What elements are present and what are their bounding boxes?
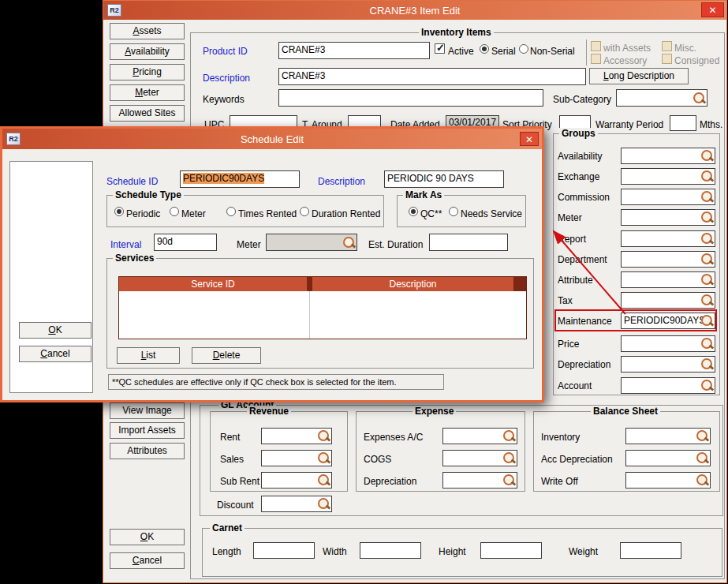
qc-radio[interactable] <box>409 207 418 216</box>
group-availability-input[interactable] <box>621 148 715 164</box>
width-input[interactable] <box>360 542 421 559</box>
interval-input[interactable]: 90d <box>154 234 217 251</box>
ok-button[interactable]: OK <box>110 529 185 545</box>
divider <box>586 39 587 66</box>
search-icon[interactable] <box>317 451 330 465</box>
needs-service-radio[interactable] <box>449 207 458 216</box>
depreciation-expense-input[interactable] <box>442 472 517 489</box>
group-commission-input[interactable] <box>621 189 715 205</box>
services-table-body[interactable] <box>119 291 526 339</box>
list-button[interactable]: List <box>117 347 180 364</box>
search-icon[interactable] <box>700 211 714 224</box>
schedule-description-input[interactable]: PERIODIC 90 DAYS <box>384 170 504 188</box>
cancel-button[interactable]: Cancel <box>110 552 185 569</box>
misc-checkbox[interactable] <box>662 41 672 51</box>
serial-radio[interactable] <box>480 44 489 54</box>
search-icon[interactable] <box>696 429 709 443</box>
schedule-id-input[interactable]: PERIODIC90DAYS <box>180 170 300 188</box>
group-account-input[interactable] <box>621 377 715 394</box>
search-icon[interactable] <box>700 253 714 266</box>
periodic-radio[interactable] <box>114 207 124 216</box>
long-description-button[interactable]: Long Description <box>589 68 689 84</box>
search-icon[interactable] <box>700 314 714 328</box>
non-serial-radio[interactable] <box>519 44 528 54</box>
search-icon[interactable] <box>317 429 330 443</box>
sidebar-button-pricing[interactable]: Pricing <box>110 64 185 80</box>
inventory-input[interactable] <box>625 428 711 444</box>
sub-category-label: Sub-Category <box>553 94 611 105</box>
product-id-label: Product ID <box>203 46 248 57</box>
search-icon[interactable] <box>700 358 714 371</box>
group-depreciation-label: Depreciation <box>558 359 610 370</box>
consigned-checkbox[interactable] <box>662 54 672 64</box>
keywords-input[interactable] <box>278 89 543 107</box>
accessory-checkbox[interactable] <box>591 54 601 64</box>
product-id-input[interactable]: CRANE#3 <box>278 42 430 59</box>
search-icon[interactable] <box>502 429 516 443</box>
delete-button[interactable]: Delete <box>192 347 261 364</box>
search-icon[interactable] <box>700 190 714 204</box>
group-tax-label: Tax <box>558 295 573 306</box>
duration-rented-radio[interactable] <box>300 207 309 216</box>
group-price-input[interactable] <box>621 335 715 352</box>
search-icon[interactable] <box>317 497 330 511</box>
search-icon[interactable] <box>502 451 516 465</box>
group-depreciation-input[interactable] <box>621 356 715 372</box>
group-department-input[interactable] <box>621 251 715 268</box>
dialog-cancel-button[interactable]: Cancel <box>19 346 91 362</box>
search-icon[interactable] <box>700 337 714 350</box>
length-label: Length <box>212 546 241 557</box>
acc-depreciation-input[interactable] <box>625 450 711 466</box>
close-icon[interactable]: ✕ <box>701 2 724 17</box>
sub-rent-label: Sub Rent <box>220 476 259 487</box>
search-icon[interactable] <box>700 170 714 183</box>
close-icon[interactable]: ✕ <box>520 132 539 146</box>
sidebar-button-import-assets[interactable]: Import Assets <box>110 422 185 439</box>
description-input[interactable]: CRANE#3 <box>278 68 586 85</box>
group-meter-input[interactable] <box>621 209 715 226</box>
dialog-ok-button[interactable]: OK <box>19 322 91 339</box>
est-duration-input[interactable] <box>429 234 508 251</box>
search-icon[interactable] <box>317 474 330 487</box>
search-icon[interactable] <box>700 273 714 286</box>
times-rented-radio[interactable] <box>226 207 236 216</box>
height-input[interactable] <box>480 542 542 559</box>
sidebar-button-availability[interactable]: Availability <box>110 43 185 60</box>
group-exchange-input[interactable] <box>621 168 715 185</box>
search-icon[interactable] <box>342 236 356 249</box>
active-checkbox[interactable] <box>435 43 445 54</box>
length-input[interactable] <box>253 542 315 559</box>
discount-input[interactable] <box>261 496 332 512</box>
schedule-type-title: Schedule Type <box>113 189 184 200</box>
group-price-label: Price <box>558 339 579 350</box>
group-report-input[interactable] <box>621 230 715 247</box>
search-icon[interactable] <box>502 474 516 487</box>
sidebar-button-allowed-sites[interactable]: Allowed Sites <box>110 105 185 122</box>
meter-field-label: Meter <box>237 239 261 250</box>
sidebar-button-assets[interactable]: Assets <box>110 23 185 39</box>
group-maintenance-input[interactable]: PERIODIC90DAYS <box>621 313 715 329</box>
weight-input[interactable] <box>620 542 681 559</box>
rent-input[interactable] <box>261 428 332 444</box>
sidebar-button-meter[interactable]: Meter <box>110 84 185 101</box>
search-icon[interactable] <box>693 92 706 105</box>
meter-radio[interactable] <box>170 207 179 216</box>
sales-input[interactable] <box>261 450 332 466</box>
sidebar-button-view-image[interactable]: View Image <box>110 402 185 419</box>
write-off-input[interactable] <box>625 472 711 489</box>
expenses-ac-input[interactable] <box>442 428 517 444</box>
warranty-period-input[interactable] <box>670 115 696 131</box>
search-icon[interactable] <box>696 451 709 465</box>
search-icon[interactable] <box>700 379 714 392</box>
search-icon[interactable] <box>700 232 714 245</box>
search-icon[interactable] <box>700 294 714 307</box>
search-icon[interactable] <box>696 474 709 487</box>
sidebar-button-attributes[interactable]: Attributes <box>110 443 185 459</box>
group-attribute-input[interactable] <box>621 271 715 288</box>
cogs-input[interactable] <box>442 450 517 466</box>
search-icon[interactable] <box>700 149 714 163</box>
sub-category-input[interactable] <box>616 89 707 107</box>
group-tax-input[interactable] <box>621 292 715 309</box>
with-assets-checkbox[interactable] <box>591 41 601 51</box>
sub-rent-input[interactable] <box>261 472 332 489</box>
